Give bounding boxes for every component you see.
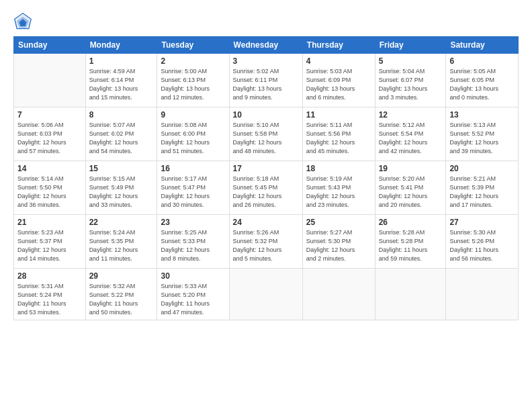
page-header [13,12,519,31]
day-info: Sunrise: 5:17 AM Sunset: 5:47 PM Dayligh… [161,175,225,210]
weekday-header-tuesday: Tuesday [157,37,229,54]
calendar-cell: 28Sunrise: 5:31 AM Sunset: 5:24 PM Dayli… [14,269,86,320]
day-info: Sunrise: 5:00 AM Sunset: 6:13 PM Dayligh… [161,67,225,102]
calendar-cell: 16Sunrise: 5:17 AM Sunset: 5:47 PM Dayli… [157,161,229,215]
day-number: 15 [89,164,154,173]
day-number: 4 [306,56,371,66]
calendar-cell: 30Sunrise: 5:33 AM Sunset: 5:20 PM Dayli… [157,269,229,320]
day-info: Sunrise: 5:30 AM Sunset: 5:26 PM Dayligh… [449,228,515,263]
day-info: Sunrise: 5:13 AM Sunset: 5:52 PM Dayligh… [449,121,515,156]
day-number: 13 [449,110,515,120]
day-info: Sunrise: 5:15 AM Sunset: 5:49 PM Dayligh… [89,175,154,210]
calendar-cell: 29Sunrise: 5:32 AM Sunset: 5:22 PM Dayli… [85,269,157,320]
day-info: Sunrise: 5:18 AM Sunset: 5:45 PM Dayligh… [233,175,299,210]
weekday-header-thursday: Thursday [302,37,375,54]
weekday-header-monday: Monday [85,37,157,54]
day-number: 14 [17,164,82,173]
weekday-header-sunday: Sunday [14,37,86,54]
day-info: Sunrise: 4:59 AM Sunset: 6:14 PM Dayligh… [89,67,154,102]
day-number: 29 [89,271,154,281]
day-number: 28 [17,271,82,281]
logo-icon [13,12,32,31]
day-info: Sunrise: 5:24 AM Sunset: 5:35 PM Dayligh… [89,228,154,263]
day-info: Sunrise: 5:07 AM Sunset: 6:02 PM Dayligh… [89,121,154,156]
weekday-header-saturday: Saturday [446,37,519,54]
calendar-cell: 13Sunrise: 5:13 AM Sunset: 5:52 PM Dayli… [446,107,519,161]
day-number: 26 [379,218,443,227]
calendar-cell: 9Sunrise: 5:08 AM Sunset: 6:00 PM Daylig… [157,107,229,161]
calendar-table: SundayMondayTuesdayWednesdayThursdayFrid… [13,36,519,320]
weekday-header-wednesday: Wednesday [229,37,302,54]
day-number: 25 [306,218,371,227]
day-number: 16 [161,164,225,173]
calendar-cell: 27Sunrise: 5:30 AM Sunset: 5:26 PM Dayli… [446,215,519,269]
day-number: 19 [379,164,443,173]
calendar-week-row: 28Sunrise: 5:31 AM Sunset: 5:24 PM Dayli… [14,269,519,320]
calendar-cell [302,269,375,320]
day-number: 5 [379,56,443,66]
calendar-cell [229,269,302,320]
day-info: Sunrise: 5:06 AM Sunset: 6:03 PM Dayligh… [17,121,82,156]
day-number: 24 [233,218,299,227]
calendar-week-row: 1Sunrise: 4:59 AM Sunset: 6:14 PM Daylig… [14,54,519,107]
day-number: 30 [161,271,225,281]
day-info: Sunrise: 5:11 AM Sunset: 5:56 PM Dayligh… [306,121,371,156]
day-number: 7 [17,110,82,120]
calendar-cell [14,54,86,107]
calendar-week-row: 14Sunrise: 5:14 AM Sunset: 5:50 PM Dayli… [14,161,519,215]
day-number: 3 [233,56,299,66]
day-info: Sunrise: 5:04 AM Sunset: 6:07 PM Dayligh… [379,67,443,102]
day-info: Sunrise: 5:28 AM Sunset: 5:28 PM Dayligh… [379,228,443,263]
calendar-cell: 21Sunrise: 5:23 AM Sunset: 5:37 PM Dayli… [14,215,86,269]
day-number: 8 [89,110,154,120]
day-info: Sunrise: 5:14 AM Sunset: 5:50 PM Dayligh… [17,175,82,210]
weekday-header-friday: Friday [375,37,446,54]
calendar-cell: 11Sunrise: 5:11 AM Sunset: 5:56 PM Dayli… [302,107,375,161]
calendar-cell: 10Sunrise: 5:10 AM Sunset: 5:58 PM Dayli… [229,107,302,161]
calendar-cell: 14Sunrise: 5:14 AM Sunset: 5:50 PM Dayli… [14,161,86,215]
day-number: 10 [233,110,299,120]
day-info: Sunrise: 5:33 AM Sunset: 5:20 PM Dayligh… [161,282,225,317]
calendar-cell: 24Sunrise: 5:26 AM Sunset: 5:32 PM Dayli… [229,215,302,269]
day-info: Sunrise: 5:19 AM Sunset: 5:43 PM Dayligh… [306,175,371,210]
day-info: Sunrise: 5:20 AM Sunset: 5:41 PM Dayligh… [379,175,443,210]
day-number: 22 [89,218,154,227]
day-info: Sunrise: 5:27 AM Sunset: 5:30 PM Dayligh… [306,228,371,263]
day-info: Sunrise: 5:32 AM Sunset: 5:22 PM Dayligh… [89,282,154,317]
day-info: Sunrise: 5:12 AM Sunset: 5:54 PM Dayligh… [379,121,443,156]
calendar-cell: 20Sunrise: 5:21 AM Sunset: 5:39 PM Dayli… [446,161,519,215]
calendar-cell: 1Sunrise: 4:59 AM Sunset: 6:14 PM Daylig… [85,54,157,107]
calendar-cell: 23Sunrise: 5:25 AM Sunset: 5:33 PM Dayli… [157,215,229,269]
calendar-cell: 8Sunrise: 5:07 AM Sunset: 6:02 PM Daylig… [85,107,157,161]
day-info: Sunrise: 5:08 AM Sunset: 6:00 PM Dayligh… [161,121,225,156]
day-info: Sunrise: 5:05 AM Sunset: 6:05 PM Dayligh… [449,67,515,102]
day-info: Sunrise: 5:10 AM Sunset: 5:58 PM Dayligh… [233,121,299,156]
calendar-cell [446,269,519,320]
day-info: Sunrise: 5:26 AM Sunset: 5:32 PM Dayligh… [233,228,299,263]
calendar-cell: 5Sunrise: 5:04 AM Sunset: 6:07 PM Daylig… [375,54,446,107]
calendar-cell: 22Sunrise: 5:24 AM Sunset: 5:35 PM Dayli… [85,215,157,269]
day-info: Sunrise: 5:25 AM Sunset: 5:33 PM Dayligh… [161,228,225,263]
calendar-cell: 18Sunrise: 5:19 AM Sunset: 5:43 PM Dayli… [302,161,375,215]
calendar-cell: 3Sunrise: 5:02 AM Sunset: 6:11 PM Daylig… [229,54,302,107]
day-number: 6 [449,56,515,66]
day-number: 23 [161,218,225,227]
calendar-cell: 4Sunrise: 5:03 AM Sunset: 6:09 PM Daylig… [302,54,375,107]
day-info: Sunrise: 5:23 AM Sunset: 5:37 PM Dayligh… [17,228,82,263]
day-number: 9 [161,110,225,120]
weekday-header-row: SundayMondayTuesdayWednesdayThursdayFrid… [14,37,519,54]
day-number: 11 [306,110,371,120]
calendar-week-row: 7Sunrise: 5:06 AM Sunset: 6:03 PM Daylig… [14,107,519,161]
day-info: Sunrise: 5:21 AM Sunset: 5:39 PM Dayligh… [449,175,515,210]
calendar-week-row: 21Sunrise: 5:23 AM Sunset: 5:37 PM Dayli… [14,215,519,269]
calendar-cell: 7Sunrise: 5:06 AM Sunset: 6:03 PM Daylig… [14,107,86,161]
day-number: 1 [89,56,154,66]
calendar-cell: 25Sunrise: 5:27 AM Sunset: 5:30 PM Dayli… [302,215,375,269]
day-number: 20 [449,164,515,173]
calendar-cell: 6Sunrise: 5:05 AM Sunset: 6:05 PM Daylig… [446,54,519,107]
day-number: 17 [233,164,299,173]
calendar-cell: 12Sunrise: 5:12 AM Sunset: 5:54 PM Dayli… [375,107,446,161]
calendar-cell: 17Sunrise: 5:18 AM Sunset: 5:45 PM Dayli… [229,161,302,215]
calendar-cell: 15Sunrise: 5:15 AM Sunset: 5:49 PM Dayli… [85,161,157,215]
calendar-cell [375,269,446,320]
